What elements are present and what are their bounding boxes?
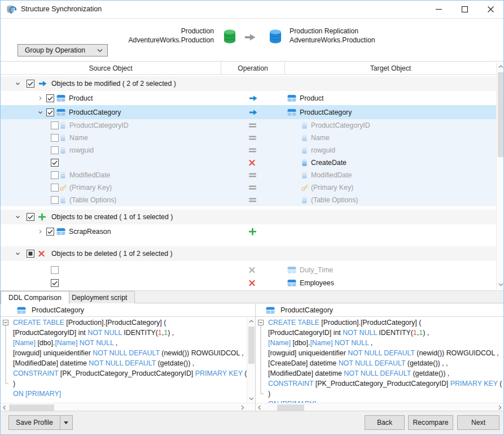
- checkbox[interactable]: [51, 146, 59, 154]
- sql-line: ): [256, 389, 504, 399]
- sync-direction-arrow-icon: [244, 33, 256, 44]
- sync-database-icon: [6, 4, 17, 15]
- checkbox[interactable]: [51, 134, 59, 142]
- save-profile-button[interactable]: Save Profile: [8, 415, 73, 430]
- save-profile-dropdown[interactable]: [60, 416, 72, 429]
- checkbox[interactable]: [51, 184, 59, 192]
- tree-scrollbar[interactable]: [496, 62, 504, 289]
- scroll-down-icon[interactable]: [247, 395, 256, 403]
- group-by-dropdown[interactable]: Group by Operation: [17, 44, 108, 56]
- column-operation[interactable]: Operation: [221, 62, 284, 74]
- source-connection-name: Production: [128, 27, 214, 36]
- chevron-right-icon[interactable]: [38, 229, 43, 234]
- maximize-button[interactable]: [452, 1, 477, 18]
- field-icon: [60, 172, 65, 179]
- field-icon: [302, 172, 307, 179]
- titlebar: Structure Synchronization: [1, 1, 503, 19]
- minimize-button[interactable]: [426, 1, 452, 18]
- target-database-icon: [268, 29, 283, 46]
- tree-row[interactable]: (Primary Key)(Primary Key): [1, 181, 496, 194]
- sql-line: [ProductCategoryID] int NOT NULL IDENTIT…: [1, 328, 247, 338]
- fold-guide: [257, 328, 266, 338]
- left-pane-vscrollbar[interactable]: [247, 317, 255, 403]
- checkbox[interactable]: [46, 228, 54, 236]
- fold-guide: [257, 338, 266, 348]
- checkbox[interactable]: [51, 159, 59, 167]
- right-ddl-editor[interactable]: CREATE TABLE [Production].[ProductCatego…: [256, 317, 504, 403]
- recompare-button[interactable]: Recompare: [408, 415, 453, 430]
- tree-row[interactable]: Employees: [1, 276, 496, 289]
- checkbox[interactable]: [51, 171, 59, 179]
- checkbox[interactable]: [51, 279, 59, 287]
- target-object-label: CreateDate: [311, 159, 347, 167]
- tree-row[interactable]: ProductCategoryIDProductCategoryID: [1, 119, 496, 132]
- chevron-down-icon[interactable]: [38, 110, 43, 115]
- column-target-object[interactable]: Target Object: [285, 62, 496, 74]
- checkbox[interactable]: [51, 196, 59, 204]
- scroll-up-icon[interactable]: [497, 63, 504, 71]
- target-connection-info: Production Replication AdventureWorks.Pr…: [290, 27, 375, 45]
- scroll-down-icon[interactable]: [497, 281, 504, 289]
- close-button[interactable]: [477, 1, 503, 18]
- checkbox[interactable]: [27, 250, 34, 258]
- source-object-label: Name: [69, 134, 88, 142]
- source-object-label: Product: [69, 94, 93, 102]
- left-pane-hscrollbar[interactable]: [1, 403, 255, 411]
- tree-row[interactable]: ProductCategoryProductCategory: [1, 105, 496, 119]
- target-object-label: ProductCategoryID: [311, 121, 370, 129]
- chevron-down-icon[interactable]: [15, 215, 20, 220]
- scrollbar-thumb[interactable]: [277, 404, 304, 411]
- sql-line: [CreateDate] datetime NOT NULL DEFAULT (…: [256, 358, 504, 368]
- checkbox[interactable]: [46, 108, 54, 116]
- right-pane-object-name: ProductCategory: [281, 306, 333, 314]
- tree-row[interactable]: Objects to be created ( 1 of 1 selected …: [1, 210, 496, 224]
- sql-line: [ProductCategoryID] int NOT NULL IDENTIT…: [256, 328, 504, 338]
- op-delete-icon: [38, 251, 45, 257]
- column-source-object[interactable]: Source Object: [1, 62, 221, 74]
- fold-guide: [2, 368, 11, 379]
- back-button[interactable]: Back: [365, 415, 405, 430]
- tree-row[interactable]: CreateDate: [1, 156, 496, 169]
- checkbox[interactable]: [27, 80, 34, 88]
- fold-collapse-icon[interactable]: [2, 317, 11, 328]
- field-icon: [60, 134, 65, 142]
- tree-row[interactable]: Objects to be deleted ( 1 of 2 selected …: [1, 246, 496, 261]
- left-ddl-editor[interactable]: CREATE TABLE [Production].[ProductCatego…: [1, 317, 247, 403]
- tree-row[interactable]: NameName: [1, 132, 496, 144]
- op-equal-icon: [249, 123, 256, 128]
- tree-row[interactable]: rowguidrowguid: [1, 144, 496, 156]
- table-icon: [287, 279, 296, 286]
- tree-row[interactable]: (Table Options)(Table Options): [1, 194, 496, 206]
- tree-row[interactable]: ModifiedDateModifiedDate: [1, 169, 496, 181]
- chevron-down-icon[interactable]: [15, 81, 20, 86]
- tab-ddl-comparison[interactable]: DDL Comparison: [1, 291, 69, 304]
- target-object-label: (Table Options): [311, 196, 358, 204]
- group-label: Objects to be modified ( 2 of 2 selected…: [51, 80, 176, 88]
- tree-row[interactable]: Objects to be modified ( 2 of 2 selected…: [1, 76, 496, 91]
- fold-collapse-icon[interactable]: [257, 317, 266, 328]
- checkbox[interactable]: [51, 266, 59, 274]
- tree-row[interactable]: Duty_Time: [1, 263, 496, 276]
- group-label: Objects to be deleted ( 1 of 2 selected …: [51, 250, 173, 258]
- scrollbar-thumb[interactable]: [248, 327, 255, 364]
- scroll-up-icon[interactable]: [247, 317, 256, 325]
- tree-row[interactable]: ProductProduct: [1, 91, 496, 105]
- field-icon: [60, 147, 65, 154]
- scrollbar-thumb[interactable]: [9, 404, 54, 411]
- checkbox[interactable]: [27, 213, 34, 221]
- target-object-label: Duty_Time: [300, 266, 333, 274]
- checkbox[interactable]: [46, 94, 54, 102]
- source-object-label: ProductCategory: [69, 108, 121, 116]
- sql-line: [ModifiedDate] datetime NOT NULL DEFAULT…: [256, 368, 504, 379]
- fold-guide: [2, 389, 11, 399]
- checkbox[interactable]: [51, 121, 59, 129]
- tab-deployment-script[interactable]: Deployment script: [64, 291, 135, 303]
- target-connection-name: Production Replication: [290, 27, 375, 36]
- next-button[interactable]: Next: [457, 415, 499, 430]
- right-pane-hscrollbar[interactable]: [256, 403, 504, 411]
- chevron-down-icon[interactable]: [15, 251, 20, 256]
- scrollbar-thumb[interactable]: [498, 72, 504, 157]
- table-icon: [287, 94, 296, 102]
- chevron-right-icon[interactable]: [38, 95, 43, 101]
- tree-row[interactable]: ScrapReason: [1, 224, 496, 238]
